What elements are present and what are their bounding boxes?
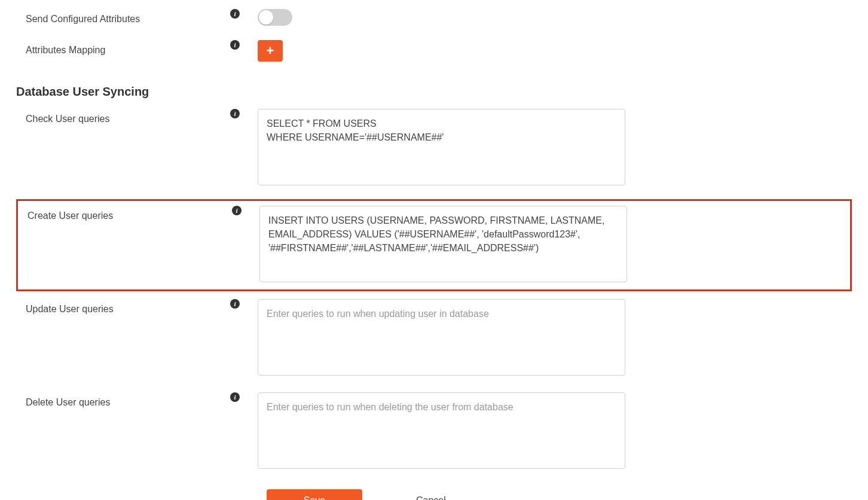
database-user-syncing-heading: Database User Syncing (0, 73, 868, 106)
update-user-queries-label: Update User queries (0, 299, 230, 315)
check-user-queries-row: Check User queries i (0, 106, 868, 191)
info-icon[interactable]: i (230, 392, 240, 402)
info-icon[interactable]: i (230, 299, 240, 309)
send-configured-attributes-toggle[interactable] (258, 9, 292, 26)
info-icon[interactable]: i (232, 206, 242, 215)
check-user-queries-textarea[interactable] (258, 109, 625, 185)
create-user-queries-row: Create User queries i (16, 199, 852, 291)
update-user-queries-row: Update User queries i (0, 296, 868, 381)
create-user-queries-label: Create User queries (18, 206, 232, 221)
delete-user-queries-label: Delete User queries (0, 392, 230, 408)
info-icon[interactable]: i (230, 109, 240, 118)
create-user-queries-textarea[interactable] (259, 206, 627, 282)
send-configured-attributes-row: Send Configured Attributes i (0, 6, 868, 29)
check-user-queries-label: Check User queries (0, 109, 230, 124)
toggle-knob (259, 10, 273, 25)
form-actions: Save Cancel (0, 474, 868, 500)
info-icon[interactable]: i (230, 9, 240, 19)
delete-user-queries-textarea[interactable] (258, 392, 625, 469)
attributes-mapping-label: Attributes Mapping (0, 40, 230, 56)
attributes-mapping-row: Attributes Mapping i + (0, 37, 868, 65)
add-attribute-mapping-button[interactable]: + (258, 40, 283, 62)
update-user-queries-textarea[interactable] (258, 299, 625, 376)
info-icon[interactable]: i (230, 40, 240, 50)
delete-user-queries-row: Delete User queries i (0, 389, 868, 474)
cancel-button[interactable]: Cancel (416, 495, 446, 500)
save-button[interactable]: Save (267, 489, 362, 500)
send-configured-attributes-label: Send Configured Attributes (0, 9, 230, 25)
